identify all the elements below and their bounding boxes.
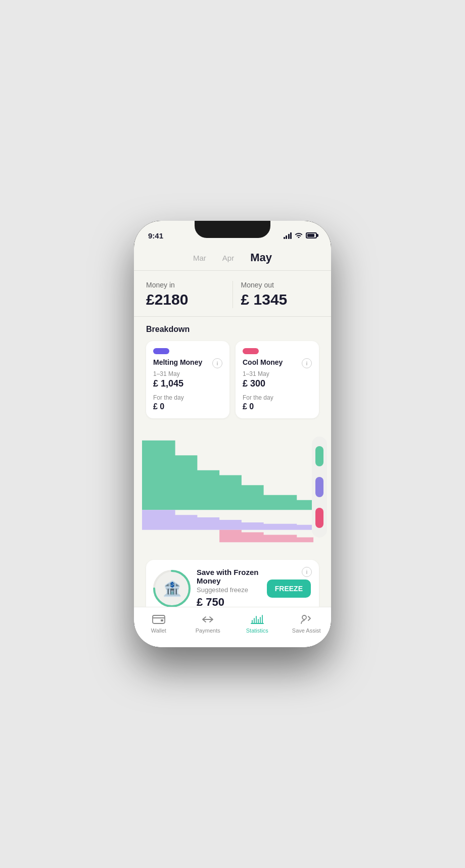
nav-statistics-label: Statistics (246, 628, 268, 634)
frozen-sub: Suggested freeze (197, 586, 260, 594)
battery-icon (306, 232, 317, 238)
svg-marker-1 (142, 510, 313, 529)
screen-content: Mar Apr May Money in £2180 Money out £ 1… (134, 243, 331, 647)
svg-rect-5 (153, 615, 165, 623)
bottom-nav: Wallet Payments Statistics (134, 607, 331, 647)
wifi-icon (295, 231, 303, 239)
frozen-ring-svg (152, 569, 192, 608)
month-may[interactable]: May (250, 251, 272, 264)
money-out-amount: £ 1345 (241, 291, 319, 308)
statistics-icon (250, 613, 264, 625)
status-icons (284, 231, 317, 239)
frozen-info-btn[interactable]: i (302, 567, 312, 577)
money-in-amount: £2180 (146, 291, 224, 308)
cool-money-day-label: For the day (243, 394, 312, 401)
vertical-divider (232, 281, 233, 308)
chart-area (134, 426, 331, 558)
save-assist-icon (299, 613, 313, 625)
money-out-label: Money out (241, 281, 319, 289)
frozen-text-block: Save with Frozen Money Suggested freeze … (197, 568, 260, 609)
nav-wallet-label: Wallet (151, 628, 166, 634)
freeze-button[interactable]: FREEZE (267, 580, 311, 598)
chart-legend-bar (312, 437, 327, 538)
nav-save-assist-label: Save Assist (292, 628, 321, 634)
cool-money-day-amount: £ 0 (243, 402, 312, 411)
month-apr[interactable]: Apr (222, 254, 234, 262)
stacked-bar-chart (142, 430, 319, 550)
nav-statistics[interactable]: Statistics (242, 613, 272, 634)
breakdown-title: Breakdown (146, 325, 319, 334)
melting-money-header: Melting Money i (153, 358, 222, 368)
melting-money-color-pill (153, 348, 169, 354)
phone-screen: 9:41 Mar Apr (134, 221, 331, 647)
cool-money-title: Cool Money (243, 358, 283, 367)
wallet-icon (152, 613, 166, 625)
svg-rect-6 (161, 619, 163, 621)
cool-money-info-btn[interactable]: i (302, 358, 312, 368)
melting-money-card[interactable]: Melting Money i 1–31 May £ 1,045 For the… (146, 341, 229, 418)
frozen-icon-wrap: 🏦 (154, 571, 190, 606)
nav-wallet[interactable]: Wallet (144, 613, 174, 634)
melting-money-info-btn[interactable]: i (212, 358, 222, 368)
melting-money-title: Melting Money (153, 358, 202, 367)
legend-pink (315, 508, 323, 528)
signal-icon (284, 232, 292, 239)
svg-marker-2 (219, 530, 313, 543)
melting-money-date: 1–31 May (153, 370, 222, 377)
cool-money-amount: £ 300 (243, 378, 312, 389)
money-section: Money in £2180 Money out £ 1345 (134, 271, 331, 317)
payments-icon (201, 613, 215, 625)
melting-money-day-amount: £ 0 (153, 402, 222, 411)
month-mar[interactable]: Mar (193, 254, 206, 262)
breakdown-cards-row: Melting Money i 1–31 May £ 1,045 For the… (146, 341, 319, 418)
cool-money-date: 1–31 May (243, 370, 312, 377)
legend-purple (315, 477, 323, 497)
cool-money-card[interactable]: Cool Money i 1–31 May £ 300 For the day … (236, 341, 319, 418)
phone-device: 9:41 Mar Apr (134, 221, 331, 647)
svg-point-7 (302, 615, 306, 619)
money-out-block: Money out £ 1345 (241, 281, 319, 308)
nav-payments[interactable]: Payments (193, 613, 223, 634)
month-selector[interactable]: Mar Apr May (134, 243, 331, 271)
status-time: 9:41 (148, 231, 163, 240)
nav-save-assist[interactable]: Save Assist (291, 613, 321, 634)
phone-notch (195, 221, 270, 238)
svg-marker-0 (142, 441, 313, 510)
breakdown-section: Breakdown Melting Money i 1–31 May £ 1,0… (134, 317, 331, 426)
nav-payments-label: Payments (196, 628, 220, 634)
cool-money-header: Cool Money i (243, 358, 312, 368)
frozen-title: Save with Frozen Money (197, 568, 260, 585)
legend-green (315, 446, 323, 466)
melting-money-amount: £ 1,045 (153, 378, 222, 389)
money-in-block: Money in £2180 (146, 281, 224, 308)
money-in-label: Money in (146, 281, 224, 289)
cool-money-color-pill (243, 348, 259, 354)
melting-money-day-label: For the day (153, 394, 222, 401)
